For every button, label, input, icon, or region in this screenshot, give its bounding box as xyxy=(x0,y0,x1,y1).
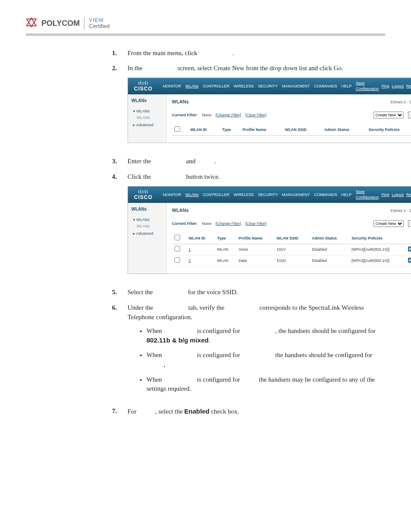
tab-controller[interactable]: CONTROLLER xyxy=(203,192,230,198)
step-text: button twice. xyxy=(186,173,220,180)
link-logout[interactable]: Logout xyxy=(392,192,404,198)
tab-security[interactable]: SECURITY xyxy=(258,192,278,198)
brand-sub-bottom: Certified xyxy=(89,23,109,29)
sidebar-item-wlans[interactable]: ▾ WLANs xyxy=(133,109,163,114)
link-logout[interactable]: Logout xyxy=(392,84,404,89)
sidebar-subitem-wlans[interactable]: WLANs xyxy=(137,224,163,229)
select-all-checkbox[interactable] xyxy=(174,235,180,240)
step-text: . xyxy=(233,50,234,56)
step-text: Select the xyxy=(128,289,153,296)
tab-controller[interactable]: CONTROLLER xyxy=(203,84,230,89)
create-new-select[interactable]: Create New xyxy=(374,112,404,118)
step-number: 3. xyxy=(112,157,128,166)
cisco-main-panel: WLANs Entries 1 - 2 of 2 Current Filter:… xyxy=(167,203,411,274)
tab-wireless[interactable]: WIRELESS xyxy=(234,84,254,89)
step-text: for the voice SSID. xyxy=(188,289,238,296)
brand-name: POLYCOM xyxy=(41,19,80,28)
sidebar-item-wlans[interactable]: ▾ WLANs xyxy=(133,217,163,223)
screenshot-wlans-empty: ılıılı CISCO MONITOR WLANs CONTROLLER WI… xyxy=(128,78,411,143)
cell-profile: Voice xyxy=(236,244,274,255)
tab-management[interactable]: MANAGEMENT xyxy=(282,192,310,198)
create-new-select[interactable]: Create New xyxy=(374,220,404,227)
link-save-config[interactable]: Save Configuration xyxy=(356,81,379,92)
cisco-name: CISCO xyxy=(134,86,153,92)
step-1: 1. From the main menu, click . xyxy=(112,49,379,58)
wlan-id-link[interactable]: 2 xyxy=(189,258,191,263)
link-save-config[interactable]: Save Configuration xyxy=(356,189,379,200)
wlans-table: WLAN ID Type Profile Name WLAN SSID Admi… xyxy=(172,124,411,136)
polycom-logo-icon xyxy=(26,17,37,29)
steps-list: 1. From the main menu, click . 2. In the… xyxy=(112,49,379,417)
tab-monitor[interactable]: MONITOR xyxy=(163,84,181,89)
filter-label: Current Filter: xyxy=(172,112,198,118)
cisco-top-links: Save Configuration Ping Logout Refresh xyxy=(356,187,411,203)
go-button[interactable]: Go xyxy=(408,112,411,118)
cisco-logo: ılıılı CISCO xyxy=(128,78,159,94)
bullet-item: When is configured for the handsets shou… xyxy=(146,351,379,370)
col-wlan-id: WLAN ID xyxy=(188,124,220,136)
cell-security: [WPA2][Auth(802.1X)] xyxy=(349,244,405,255)
clear-filter-link[interactable]: [Clear Filter] xyxy=(246,112,267,118)
select-all-checkbox[interactable] xyxy=(174,126,180,132)
header-rule xyxy=(26,33,385,36)
cell-admin: Disabled xyxy=(309,244,349,255)
tab-wireless[interactable]: WIRELESS xyxy=(234,192,254,198)
col-wlan-ssid: WLAN SSID xyxy=(282,124,322,136)
tab-wlans[interactable]: WLANs xyxy=(185,84,199,89)
step-number: 7. xyxy=(112,407,128,417)
cell-type: WLAN xyxy=(215,255,236,267)
cisco-sidebar: WLANs ▾ WLANs WLANs ▸ Advanced xyxy=(128,203,167,274)
step-number: 5. xyxy=(112,288,128,297)
bold-text: 802.11b & b/g mixed xyxy=(146,336,209,344)
step-2: 2. In the screen, select Create New from… xyxy=(112,64,379,151)
link-ping[interactable]: Ping xyxy=(382,192,389,198)
brand-divider xyxy=(84,17,84,29)
cisco-main-panel: WLANs Entries 0 - 0 of 0 Current Filter:… xyxy=(167,94,411,143)
tab-commands[interactable]: COMMANDS xyxy=(314,84,337,89)
sidebar-item-advanced[interactable]: ▸ Advanced xyxy=(133,231,163,236)
sidebar-item-advanced[interactable]: ▸ Advanced xyxy=(133,122,163,128)
step-text: check box. xyxy=(209,408,239,415)
step-text: For xyxy=(128,408,137,415)
col-type: Type xyxy=(220,124,240,136)
step-text: In the xyxy=(128,65,143,72)
tab-commands[interactable]: COMMANDS xyxy=(314,192,337,198)
tab-monitor[interactable]: MONITOR xyxy=(163,192,181,198)
brand-header: POLYCOM VIEW Certified xyxy=(26,17,385,33)
step-text: corresponds to the SpectraLink Wireless … xyxy=(128,304,364,320)
sidebar-subitem-wlans[interactable]: WLANs xyxy=(137,115,163,121)
change-filter-link[interactable]: [Change Filter] xyxy=(216,221,241,227)
row-action-icon[interactable] xyxy=(408,258,411,263)
cisco-sidebar: WLANs ▾ WLANs WLANs ▸ Advanced xyxy=(128,94,167,143)
change-filter-link[interactable]: [Change Filter] xyxy=(216,112,241,118)
tab-help[interactable]: HELP xyxy=(341,192,352,198)
sub-bullets: When is configured for , the handsets sh… xyxy=(146,327,379,394)
tab-help[interactable]: HELP xyxy=(341,84,352,89)
cell-ssid: 101V xyxy=(274,244,309,255)
row-action-icon[interactable] xyxy=(408,246,411,252)
col-wlan-ssid: WLAN SSID xyxy=(274,233,309,244)
bullet-item: When is configured for , the handsets sh… xyxy=(146,327,379,346)
step-4: 4. Click the button twice. ılıılı CISCO xyxy=(112,172,379,282)
clear-filter-link[interactable]: [Clear Filter] xyxy=(246,221,267,227)
entries-count: Entries 1 - 2 of 2 xyxy=(391,208,411,214)
tab-wlans[interactable]: WLANs xyxy=(185,192,199,198)
cisco-top-links: Save Configuration Ping Logout Refresh xyxy=(356,78,411,94)
row-checkbox[interactable] xyxy=(174,246,180,252)
step-text: , select the xyxy=(155,408,184,415)
step-3: 3. Enter the and . xyxy=(112,157,379,166)
wlan-id-link[interactable]: 1 xyxy=(189,247,191,252)
row-checkbox[interactable] xyxy=(174,257,180,263)
tab-management[interactable]: MANAGEMENT xyxy=(282,84,310,89)
go-button[interactable]: Go xyxy=(408,220,411,227)
document-content: 1. From the main menu, click . 2. In the… xyxy=(112,49,379,417)
step-7: 7. For , select the Enabled check box. xyxy=(112,407,379,417)
tab-security[interactable]: SECURITY xyxy=(258,84,278,89)
col-checkbox xyxy=(172,233,186,244)
entries-count: Entries 0 - 0 of 0 xyxy=(391,100,411,105)
link-refresh[interactable]: Refresh xyxy=(406,84,411,89)
link-ping[interactable]: Ping xyxy=(382,84,389,89)
col-security-policies: Security Policies xyxy=(349,233,405,244)
link-refresh[interactable]: Refresh xyxy=(406,192,411,198)
cell-ssid: 101D xyxy=(274,255,309,267)
